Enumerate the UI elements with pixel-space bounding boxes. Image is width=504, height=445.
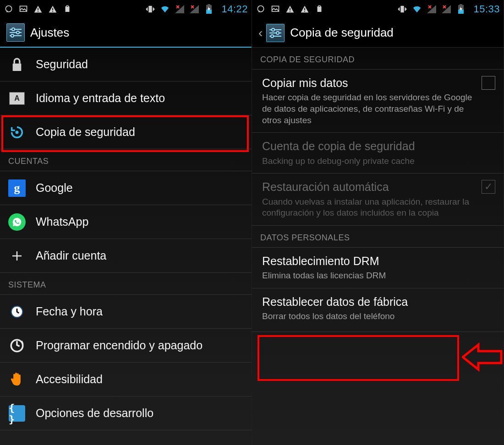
vibrate-icon bbox=[145, 4, 155, 14]
row-add-account[interactable]: Añadir cuenta bbox=[0, 239, 252, 273]
svg-rect-3 bbox=[38, 11, 38, 12]
settings-icon bbox=[6, 23, 25, 42]
row-backup-account: Cuenta de copia de seguridad Backing up … bbox=[252, 133, 504, 174]
row-whatsapp[interactable]: WhatsApp bbox=[0, 205, 252, 239]
row-drm[interactable]: Restablecimiento DRM Elimina todas las l… bbox=[252, 248, 504, 288]
svg-rect-18 bbox=[13, 63, 22, 71]
svg-point-41 bbox=[276, 32, 279, 34]
status-time: 14:22 bbox=[221, 3, 248, 15]
signal-1-icon bbox=[427, 4, 437, 14]
svg-point-39 bbox=[272, 28, 274, 31]
row-language[interactable]: A Idioma y entrada de texto bbox=[0, 81, 252, 115]
svg-rect-8 bbox=[149, 6, 152, 13]
whatsapp-icon bbox=[8, 213, 26, 231]
row-datetime[interactable]: Fecha y hora bbox=[0, 295, 252, 329]
battery-charging-icon bbox=[456, 4, 466, 14]
svg-rect-11 bbox=[208, 4, 210, 5]
power-schedule-icon bbox=[8, 337, 26, 354]
warning-icon-2 bbox=[300, 4, 310, 14]
row-schedule-power[interactable]: Programar encendido y apagado bbox=[0, 329, 252, 363]
row-label: Restablecer datos de fábrica bbox=[262, 295, 495, 309]
lock-icon bbox=[8, 56, 26, 73]
signal-2-icon bbox=[189, 4, 199, 14]
row-label: Restablecimiento DRM bbox=[262, 254, 495, 268]
row-copy-data[interactable]: Copiar mis datos Hacer copia de segurida… bbox=[252, 70, 504, 133]
row-label: Cuenta de copia de seguridad bbox=[262, 139, 495, 153]
wifi-icon bbox=[412, 4, 422, 14]
row-label: Añadir cuenta bbox=[36, 249, 243, 263]
row-sub: Backing up to debug-only private cache bbox=[262, 156, 495, 167]
svg-rect-30 bbox=[304, 8, 305, 11]
battery-charging-icon bbox=[204, 4, 214, 14]
row-sub: Borrar todos los datos del teléfono bbox=[262, 311, 495, 322]
section-backup: COPIA DE SEGURIDAD bbox=[252, 48, 504, 70]
row-label: Seguridad bbox=[36, 57, 243, 71]
svg-rect-29 bbox=[290, 11, 290, 12]
status-time: 15:33 bbox=[473, 3, 500, 15]
arrow-icon bbox=[462, 341, 503, 375]
restore-icon bbox=[8, 124, 26, 141]
signal-1-icon bbox=[175, 4, 185, 14]
row-accessibility[interactable]: Accesibilidad bbox=[0, 363, 252, 396]
checkbox-checked-disabled: ✓ bbox=[482, 180, 495, 194]
keyboard-icon: A bbox=[8, 90, 26, 107]
page-title: Copia de seguridad bbox=[290, 26, 394, 40]
row-label: Opciones de desarrollo bbox=[36, 406, 243, 420]
row-sub: Cuando vuelvas a instalar una aplicación… bbox=[262, 196, 482, 219]
status-bar: 14:22 bbox=[0, 0, 252, 18]
svg-point-17 bbox=[11, 34, 14, 37]
image-notif-icon bbox=[18, 4, 28, 14]
row-label: Copia de seguridad bbox=[36, 125, 243, 139]
section-accounts: CUENTAS bbox=[0, 149, 252, 171]
row-label: Idioma y entrada de texto bbox=[36, 91, 243, 105]
svg-rect-28 bbox=[290, 8, 290, 11]
row-factory-reset[interactable]: Restablecer datos de fábrica Borrar todo… bbox=[252, 288, 504, 332]
svg-point-0 bbox=[5, 6, 11, 12]
svg-point-19 bbox=[15, 130, 18, 134]
row-sub: Hacer copia de seguridad en los servidor… bbox=[262, 92, 482, 126]
svg-point-26 bbox=[257, 6, 263, 12]
whatsapp-notif-icon bbox=[4, 4, 14, 14]
svg-rect-31 bbox=[304, 11, 305, 12]
row-label: Copiar mis datos bbox=[262, 76, 482, 90]
image-notif-icon bbox=[270, 4, 280, 14]
signal-2-icon bbox=[441, 4, 451, 14]
whatsapp-notif-icon bbox=[256, 4, 266, 14]
backup-screen: 15:33 ‹ Copia de seguridad COPIA DE SEGU… bbox=[252, 0, 504, 445]
svg-rect-2 bbox=[38, 8, 38, 11]
svg-rect-4 bbox=[52, 8, 53, 11]
row-backup[interactable]: Copia de seguridad bbox=[0, 115, 252, 149]
svg-rect-34 bbox=[401, 6, 404, 13]
warning-icon-2 bbox=[48, 4, 58, 14]
section-personal: DATOS PERSONALES bbox=[252, 226, 504, 248]
row-label: Fecha y hora bbox=[36, 304, 243, 319]
status-bar: 15:33 bbox=[252, 0, 504, 18]
clipboard-icon bbox=[314, 4, 324, 14]
row-security[interactable]: Seguridad bbox=[0, 48, 252, 81]
vibrate-icon bbox=[397, 4, 407, 14]
clock-icon bbox=[8, 303, 26, 320]
svg-rect-37 bbox=[460, 4, 462, 5]
settings-icon bbox=[266, 24, 285, 42]
plus-icon bbox=[8, 247, 26, 265]
svg-point-13 bbox=[12, 28, 15, 31]
dev-options-icon: { } bbox=[8, 405, 26, 422]
warning-icon bbox=[33, 4, 43, 14]
row-label: Restauración automática bbox=[262, 180, 482, 194]
settings-screen: 14:22 Ajustes Seguridad bbox=[0, 0, 252, 445]
section-system: SISTEMA bbox=[0, 273, 252, 295]
title-bar: Ajustes bbox=[0, 18, 252, 48]
row-label: Google bbox=[36, 181, 243, 195]
checkbox-unchecked[interactable] bbox=[482, 76, 495, 90]
title-bar[interactable]: ‹ Copia de seguridad bbox=[252, 18, 504, 48]
row-label: Accesibilidad bbox=[36, 372, 243, 386]
row-dev-options[interactable]: { } Opciones de desarrollo bbox=[0, 396, 252, 430]
warning-icon bbox=[285, 4, 295, 14]
svg-point-15 bbox=[16, 31, 19, 34]
row-google[interactable]: g Google bbox=[0, 171, 252, 205]
row-auto-restore: Restauración automática Cuando vuelvas a… bbox=[252, 174, 504, 226]
wifi-icon bbox=[160, 4, 170, 14]
svg-rect-7 bbox=[66, 6, 69, 7]
row-label: WhatsApp bbox=[36, 215, 243, 229]
back-icon: ‹ bbox=[258, 26, 263, 40]
